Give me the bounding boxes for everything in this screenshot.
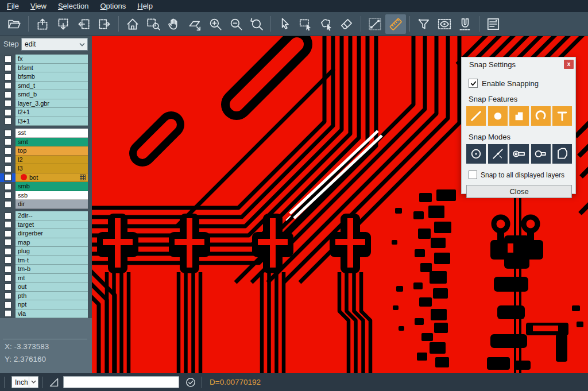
clear-brush-button[interactable] <box>336 14 357 34</box>
layer-name-cell[interactable]: tm-t <box>16 256 88 265</box>
layer-visibility-cell[interactable] <box>0 173 16 183</box>
layer-visibility-cell[interactable] <box>0 129 16 138</box>
layer-checkbox[interactable] <box>4 200 12 208</box>
layer-checkbox[interactable] <box>4 156 12 164</box>
layer-checkbox[interactable] <box>4 138 12 146</box>
layer-visibility-cell[interactable] <box>0 292 16 301</box>
layer-name-cell[interactable]: smb <box>16 182 88 191</box>
zoom-in-button[interactable] <box>205 14 226 34</box>
close-button[interactable]: Close <box>466 185 572 198</box>
measure-ruler-button[interactable] <box>385 14 406 34</box>
unit-dropdown[interactable]: Inch <box>11 376 38 388</box>
zoom-out-button[interactable] <box>226 14 246 34</box>
menu-help[interactable]: Help <box>131 0 158 12</box>
layer-checkbox[interactable] <box>4 292 12 300</box>
layer-checkbox[interactable] <box>4 82 12 90</box>
layer-visibility-cell[interactable] <box>0 156 16 165</box>
menu-selection[interactable]: Selection <box>52 0 94 12</box>
layer-visibility-cell[interactable] <box>0 229 16 238</box>
layer-row-l2+1[interactable]: l2+1 <box>0 108 92 117</box>
layer-checkbox[interactable] <box>4 165 12 173</box>
layer-checkbox[interactable] <box>4 117 12 125</box>
layer-checkbox[interactable] <box>4 129 12 137</box>
mode-pad-button[interactable] <box>509 144 529 164</box>
layer-visibility-cell[interactable] <box>0 64 16 73</box>
layer-checkbox[interactable] <box>4 274 12 282</box>
layer-row-bot[interactable]: bot <box>0 173 92 183</box>
select-cursor-button[interactable] <box>274 14 295 34</box>
layer-name-cell[interactable]: tm-b <box>16 265 88 274</box>
layer-row-sst[interactable]: sst <box>0 129 92 138</box>
select-polygon-button[interactable] <box>316 14 336 34</box>
zoom-object-button[interactable] <box>184 14 205 34</box>
layer-row-l3+1[interactable]: l3+1 <box>0 117 92 126</box>
layer-row-top[interactable]: top <box>0 146 92 156</box>
layer-row-bfsmt[interactable]: bfsmt <box>0 64 92 73</box>
layer-checkbox[interactable] <box>4 91 12 99</box>
layer-row-layer_3.gbr[interactable]: layer_3.gbr <box>0 99 92 109</box>
layer-name-cell[interactable]: bfsmt <box>16 64 88 73</box>
select-window-button[interactable] <box>295 14 316 34</box>
layer-visibility-cell[interactable] <box>0 200 16 209</box>
view-visible-button[interactable] <box>434 14 455 34</box>
layer-name-cell[interactable]: out <box>16 282 88 292</box>
layer-visibility-cell[interactable] <box>0 191 16 200</box>
menu-view[interactable]: View <box>25 0 52 12</box>
layer-row-bfsmb[interactable]: bfsmb <box>0 72 92 82</box>
layer-visibility-cell[interactable] <box>0 300 16 309</box>
layer-checkbox[interactable] <box>4 173 12 181</box>
enable-snapping-checkbox[interactable]: Enable Snapping <box>469 79 575 88</box>
layer-name-cell[interactable]: bfsmb <box>16 72 88 82</box>
snap-arc-button[interactable] <box>531 106 551 126</box>
layer-name-cell[interactable]: 2dir-- <box>16 211 88 220</box>
layer-row-mt[interactable]: mt <box>0 274 92 283</box>
layer-name-cell[interactable]: dir <box>16 200 88 209</box>
layer-name-cell[interactable]: smd_b <box>16 90 88 99</box>
layer-checkbox[interactable] <box>4 283 12 291</box>
layer-name-cell[interactable]: smd_t <box>16 82 88 91</box>
layer-row-ssb[interactable]: ssb <box>0 191 92 200</box>
snap-text-button[interactable] <box>552 106 572 126</box>
filter-button[interactable] <box>413 14 434 34</box>
layer-row-via[interactable]: via <box>0 309 92 319</box>
snap-surface-button[interactable] <box>509 106 529 126</box>
layer-visibility-cell[interactable] <box>0 274 16 283</box>
layer-row-smb[interactable]: smb <box>0 182 92 191</box>
layer-name-cell[interactable]: l3 <box>16 164 88 173</box>
layer-row-out[interactable]: out <box>0 282 92 292</box>
step-dropdown[interactable]: edit <box>21 38 88 51</box>
layer-checkbox[interactable] <box>4 256 12 264</box>
home-button[interactable] <box>122 14 143 34</box>
layer-name-cell[interactable]: npt <box>16 300 88 309</box>
mode-hole-button[interactable] <box>531 144 551 164</box>
layer-checkbox[interactable] <box>4 301 12 309</box>
layer-row-fx[interactable]: fx <box>0 55 92 64</box>
command-input[interactable] <box>63 376 179 388</box>
snap-line-button[interactable] <box>466 106 486 126</box>
mode-closest-button[interactable] <box>488 144 508 164</box>
layer-name-cell[interactable]: plug <box>16 247 88 256</box>
mode-center-button[interactable] <box>466 144 486 164</box>
layer-checkbox[interactable] <box>4 183 12 191</box>
pan-right-button[interactable] <box>94 14 115 34</box>
layer-name-cell[interactable]: dirgerber <box>16 229 88 238</box>
layer-name-cell[interactable]: l2 <box>16 156 88 165</box>
layer-visibility-cell[interactable] <box>0 211 16 220</box>
layer-name-cell[interactable]: pth <box>16 292 88 301</box>
layer-row-tm-b[interactable]: tm-b <box>0 265 92 274</box>
layer-row-l3[interactable]: l3 <box>0 164 92 173</box>
close-icon[interactable]: x <box>564 60 574 69</box>
layer-checkbox[interactable] <box>4 238 12 246</box>
layer-row-plug[interactable]: plug <box>0 247 92 256</box>
snap-circle-button[interactable] <box>488 106 508 126</box>
layer-checkbox[interactable] <box>4 55 12 63</box>
menu-file[interactable]: File <box>1 0 25 12</box>
layer-visibility-cell[interactable] <box>0 220 16 230</box>
layer-row-target[interactable]: target <box>0 220 92 230</box>
zoom-window-button[interactable] <box>143 14 164 34</box>
layer-checkbox[interactable] <box>4 212 12 220</box>
pan-down-button[interactable] <box>53 14 74 34</box>
layer-visibility-cell[interactable] <box>0 309 16 319</box>
checkbox-box[interactable] <box>469 79 478 88</box>
layer-visibility-cell[interactable] <box>0 82 16 91</box>
